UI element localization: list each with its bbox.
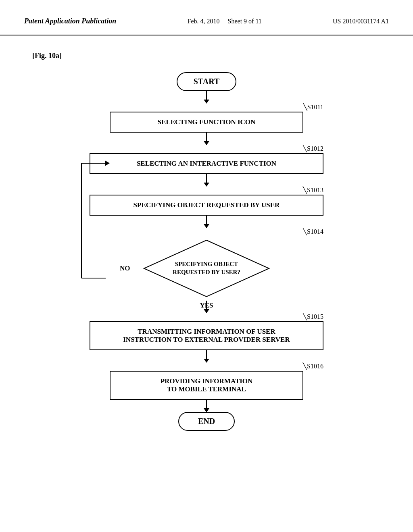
step-label-s1015: ╲S1015 (303, 313, 323, 320)
step-label-s1016: ╲S1016 (303, 362, 323, 370)
arrow-s1012-s1013 (206, 174, 207, 186)
step-label-row-s1013: ╲S1013 (90, 186, 323, 194)
page: Patent Application Publication Feb. 4, 2… (0, 0, 413, 532)
process-s1016: PROVIDING INFORMATION TO MOBILE TERMINAL (110, 371, 303, 400)
step-label-row-s1015: ╲S1015 (90, 313, 323, 320)
loop-container: SELECTING AN INTERACTIVE FUNCTION ╲S1013… (69, 153, 344, 301)
arrow-diamond-s1015 (206, 301, 207, 313)
publication-date: Feb. 4, 2010 (188, 18, 220, 25)
arrow-s1013-s1014 (206, 216, 207, 228)
step-label-s1012: ╲S1012 (303, 145, 323, 152)
process-s1011: SELECTING FUNCTION ICON (110, 112, 303, 133)
process-s1015: TRANSMITTING INFORMATION OF USER INSTRUC… (90, 321, 323, 350)
flowchart: START ╲S1011 SELECTING FUNCTION ICON ╲S1… (0, 68, 413, 435)
process-s1013: SPECIFYING OBJECT REQUESTED BY USER (90, 195, 323, 216)
fig-label: [Fig. 10a] (32, 52, 413, 60)
patent-number: US 2010/0031174 A1 (333, 16, 389, 27)
step-label-s1013: ╲S1013 (303, 186, 323, 194)
step-label-s1011: ╲S1011 (303, 103, 323, 111)
arrow-s1015-s1016 (206, 350, 207, 362)
step-label-row-s1011: ╲S1011 (90, 103, 323, 111)
arrow-s1011-s1012 (206, 133, 207, 145)
arrow-start-s1011 (206, 91, 207, 103)
step-label-s1014: ╲S1014 (303, 228, 323, 235)
step-label-row-s1014: ╲S1014 (90, 228, 323, 235)
arrow-s1016-end (206, 400, 207, 412)
no-label: NO (120, 264, 130, 272)
publication-label: Patent Application Publication (24, 16, 116, 26)
sheet-info: Sheet 9 of 11 (228, 18, 262, 25)
step-label-row-s1016: ╲S1016 (90, 362, 323, 370)
start-node: START (177, 72, 237, 91)
diamond-s1014: SPECIFYING OBJECTREQUESTED BY USER? NO Y… (138, 236, 275, 301)
page-header: Patent Application Publication Feb. 4, 2… (0, 0, 413, 35)
diamond-text-s1014: SPECIFYING OBJECTREQUESTED BY USER? (173, 260, 240, 276)
step-label-row-s1012: ╲S1012 (90, 145, 323, 152)
process-s1012: SELECTING AN INTERACTIVE FUNCTION (90, 153, 323, 174)
header-center: Feb. 4, 2010 Sheet 9 of 11 (188, 16, 262, 27)
end-node: END (178, 412, 235, 431)
